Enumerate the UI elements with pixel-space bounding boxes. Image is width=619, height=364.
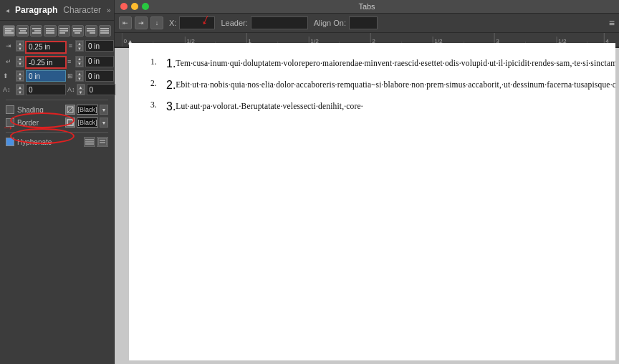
alignment-row-1 [3, 25, 111, 37]
item-number: 1. [166, 57, 176, 70]
space-top-input[interactable] [85, 40, 114, 52]
hyphenate-row: Hyphenate [3, 137, 111, 147]
space-btm-input[interactable] [85, 56, 114, 67]
space-btm-down[interactable]: ▼ [76, 62, 83, 67]
space-btm-up[interactable]: ▲ [76, 57, 83, 62]
item-number: 2. [166, 79, 176, 92]
border-checkbox[interactable] [6, 118, 14, 127]
tab-down-btn[interactable]: ↓ [150, 16, 163, 29]
shading-row: Shading [Black] ▼ [3, 105, 111, 115]
shading-checkbox[interactable] [6, 105, 14, 114]
space-before-down[interactable]: ▼ [16, 76, 24, 81]
space-after2-down[interactable]: ▼ [77, 90, 85, 95]
indent-first-icon: ↵ [3, 58, 14, 65]
tabs-menu-btn[interactable]: ≡ [609, 17, 615, 29]
panel-expand-btn[interactable]: » [107, 6, 111, 14]
tab-paragraph[interactable]: Paragraph [15, 4, 57, 16]
minimize-btn[interactable] [131, 3, 138, 10]
document-page: 1. Tem·cusa·inum·qui·doluptatem·volorepe… [129, 43, 615, 360]
item-text: Tem·cusa·inum·qui·doluptatem·volorepero·… [176, 57, 615, 70]
indent-first-down[interactable]: ▼ [16, 62, 24, 67]
hyphenate-label: Hyphenate [17, 138, 52, 146]
shading-color-dropdown[interactable]: ▼ [100, 105, 108, 115]
x-input[interactable] [179, 16, 215, 29]
align-justify-right-btn[interactable] [85, 25, 97, 37]
space-after2-input[interactable] [87, 84, 115, 95]
document-area: Tabs ⇤ ⇥ ↓ X: Leader: Align On: ≡ [115, 0, 619, 364]
align-justify-full-btn[interactable] [99, 25, 111, 37]
align-justify-btn[interactable] [44, 25, 56, 37]
align-left-btn[interactable] [3, 25, 15, 37]
border-row: Border [Black] ▼ [3, 118, 111, 128]
align-on-input[interactable] [349, 16, 378, 29]
space-after2-icon: A↕ [67, 86, 75, 93]
tab-indent-btn[interactable]: ⇤ [119, 16, 132, 29]
indent-first-row: ↵ ▲ ▼ ≡ ▲ ▼ [3, 55, 111, 69]
shading-color-swatch[interactable]: [Black] [77, 105, 98, 115]
item-number: 3. [166, 100, 176, 113]
indent-left-row: ⇥ ▲ ▼ 0.25 in ≡ ▲ ▼ [3, 39, 111, 53]
shading-icon[interactable] [65, 105, 75, 115]
space-before-input[interactable] [26, 70, 66, 82]
space-after2-up[interactable]: ▲ [77, 85, 85, 90]
list-style-buttons [84, 137, 108, 147]
document-list: 1. Tem·cusa·inum·qui·doluptatem·volorepe… [150, 57, 594, 113]
space-after-input[interactable] [26, 84, 66, 95]
indent-first-up[interactable]: ▲ [16, 57, 24, 62]
svg-rect-30 [98, 138, 107, 145]
leader-input[interactable] [251, 16, 308, 29]
align-center-btn[interactable] [16, 25, 29, 37]
list-item: 3. Lut·aut·pa·volorat.·Beruptatate·veles… [150, 100, 594, 113]
indent-right-icon: ≡ [67, 42, 74, 49]
panel-collapse-btn[interactable]: ◂ [6, 6, 9, 14]
border-color-dropdown[interactable]: ▼ [100, 118, 108, 128]
indent-left-icon: ⇥ [3, 42, 14, 49]
border-color-swatch[interactable]: [Black] [77, 118, 98, 128]
shading-label: Shading [17, 106, 44, 114]
align-right-btn[interactable] [30, 25, 42, 37]
indent-left-up[interactable]: ▲ [16, 41, 24, 46]
tabs-toolbar: ⇤ ⇥ ↓ X: Leader: Align On: ≡ [115, 14, 619, 33]
space-btm-icon: ≡ [67, 58, 74, 65]
grid-input[interactable] [85, 70, 114, 82]
space-after-row: A↕ ▲ ▼ A↕ ▲ ▼ [3, 84, 111, 95]
indent-first-input[interactable] [26, 57, 66, 68]
svg-rect-26 [67, 120, 73, 125]
list-style-btn-2[interactable] [97, 137, 108, 147]
grid-icon: ⊞ [67, 72, 74, 80]
x-label: X: [169, 19, 176, 27]
align-justify-center-btn[interactable] [72, 25, 84, 37]
list-item: 1. Tem·cusa·inum·qui·doluptatem·volorepe… [150, 57, 594, 70]
space-after-up[interactable]: ▲ [16, 85, 24, 90]
space-before-icon: ⬆ [3, 72, 14, 80]
item-text: Ebit·ut·ra·nobis·quia·nos·elia·dolor·acc… [176, 79, 615, 92]
item-text: Lut·aut·pa·volorat.·Beruptatate·velessec… [176, 100, 363, 113]
leader-label: Leader: [221, 19, 247, 27]
close-btn[interactable] [120, 3, 128, 10]
space-after-down[interactable]: ▼ [16, 90, 24, 95]
grid-down[interactable]: ▼ [76, 76, 83, 81]
window-controls [120, 3, 149, 10]
paragraph-panel: ◂ Paragraph Character » [0, 0, 115, 364]
divider-1 [6, 100, 108, 100]
hyphenate-checkbox[interactable] [6, 138, 14, 146]
grid-up[interactable]: ▲ [76, 71, 83, 76]
space-top-down[interactable]: ▼ [76, 46, 83, 51]
indent-left-input[interactable]: 0.25 in [26, 42, 66, 53]
space-before-up[interactable]: ▲ [16, 71, 24, 76]
leader-field-group: Leader: [221, 16, 307, 29]
tab-indent-right-btn[interactable]: ⇥ [135, 16, 148, 29]
tab-character[interactable]: Character [63, 4, 101, 16]
list-style-btn-1[interactable] [84, 137, 95, 147]
svg-line-25 [67, 107, 73, 112]
hyphenate-group: Hyphenate [6, 138, 52, 146]
indent-left-down[interactable]: ▼ [16, 46, 24, 51]
space-top-up[interactable]: ▲ [76, 41, 83, 46]
panel-tabs: Paragraph Character [15, 4, 101, 16]
align-justify-left-btn[interactable] [58, 25, 70, 37]
border-icon[interactable] [65, 118, 75, 128]
tabs-window: Tabs ⇤ ⇥ ↓ X: Leader: Align On: ≡ [115, 0, 619, 48]
maximize-btn[interactable] [142, 3, 149, 10]
panel-header: ◂ Paragraph Character » [0, 0, 114, 21]
svg-text:0: 0 [123, 38, 127, 44]
